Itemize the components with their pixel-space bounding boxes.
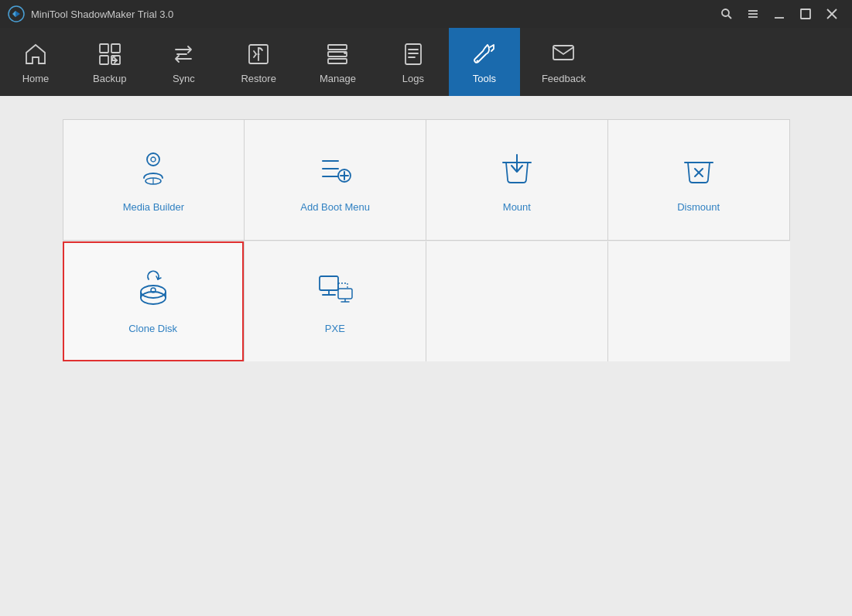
nav-feedback-label: Feedback (542, 73, 586, 84)
tools-icon (470, 40, 498, 68)
nav-tools-label: Tools (473, 73, 496, 84)
add-boot-menu-label: Add Boot Menu (300, 201, 370, 213)
sync-icon (169, 40, 197, 68)
nav-manage[interactable]: Manage (298, 28, 378, 96)
pxe-card[interactable]: PXE (245, 241, 426, 361)
search-button[interactable] (714, 3, 739, 25)
svg-rect-10 (100, 44, 108, 53)
media-builder-card[interactable]: Media Builder (63, 120, 245, 240)
tools-row1: Media Builder Add Boot Menu (63, 119, 790, 241)
nav-feedback[interactable]: Feedback (520, 28, 607, 96)
svg-rect-16 (328, 45, 347, 50)
app-title: MiniTool ShadowMaker Trial 3.0 (31, 9, 714, 20)
nav-logs-label: Logs (402, 73, 424, 84)
svg-point-27 (151, 157, 156, 162)
nav-sync[interactable]: Sync (148, 28, 219, 96)
nav-sync-label: Sync (173, 73, 195, 84)
svg-rect-12 (100, 56, 108, 64)
media-builder-label: Media Builder (123, 201, 185, 213)
window-controls (714, 3, 844, 25)
nav-backup[interactable]: Backup (71, 28, 148, 96)
pxe-icon (313, 269, 357, 312)
main-content: Media Builder Add Boot Menu (0, 96, 852, 616)
nav-backup-label: Backup (93, 73, 126, 84)
maximize-button[interactable] (793, 3, 818, 25)
empty-slot-4 (608, 241, 789, 361)
svg-point-19 (344, 51, 347, 54)
clone-disk-card[interactable]: Clone Disk (63, 241, 244, 361)
minimize-button[interactable] (767, 3, 792, 25)
nav-restore[interactable]: Restore (219, 28, 298, 96)
dismount-card[interactable]: Dismount (608, 120, 789, 240)
backup-icon (96, 40, 124, 68)
nav-manage-label: Manage (320, 73, 356, 84)
svg-rect-18 (328, 59, 347, 63)
nav-tools[interactable]: Tools (449, 28, 520, 96)
svg-point-15 (258, 53, 260, 55)
nav-bar: Home Backup Sync (0, 28, 852, 96)
svg-rect-46 (320, 276, 338, 290)
svg-point-26 (147, 153, 159, 166)
clone-disk-label: Clone Disk (128, 323, 177, 334)
add-boot-menu-card[interactable]: Add Boot Menu (245, 120, 426, 240)
nav-logs[interactable]: Logs (378, 28, 449, 96)
svg-rect-11 (111, 44, 120, 53)
close-button[interactable] (819, 3, 844, 25)
nav-home[interactable]: Home (0, 28, 71, 96)
home-icon (22, 40, 50, 68)
media-builder-icon (132, 147, 175, 190)
menu-button[interactable] (741, 3, 765, 25)
clone-disk-icon (132, 269, 175, 312)
dismount-label: Dismount (677, 201, 720, 213)
app-logo-icon (8, 5, 25, 22)
logs-icon (399, 40, 427, 68)
mount-card[interactable]: Mount (426, 120, 607, 240)
manage-icon (323, 40, 351, 68)
nav-home-label: Home (22, 73, 50, 84)
svg-point-24 (476, 60, 478, 62)
add-boot-menu-icon (313, 147, 357, 190)
nav-restore-label: Restore (241, 73, 276, 84)
svg-line-2 (728, 15, 731, 19)
tools-row2: Clone Disk PXE (63, 241, 790, 361)
svg-rect-25 (553, 46, 573, 60)
restore-icon (245, 40, 272, 68)
svg-point-1 (722, 9, 729, 16)
dismount-icon (677, 147, 720, 190)
pxe-label: PXE (325, 323, 345, 334)
svg-rect-20 (405, 44, 421, 64)
svg-rect-49 (338, 289, 352, 299)
title-bar: MiniTool ShadowMaker Trial 3.0 (0, 0, 852, 28)
empty-slot-3 (426, 241, 607, 361)
mount-label: Mount (503, 201, 531, 213)
mount-icon (495, 147, 539, 190)
svg-rect-7 (801, 9, 810, 19)
feedback-icon (549, 40, 577, 68)
